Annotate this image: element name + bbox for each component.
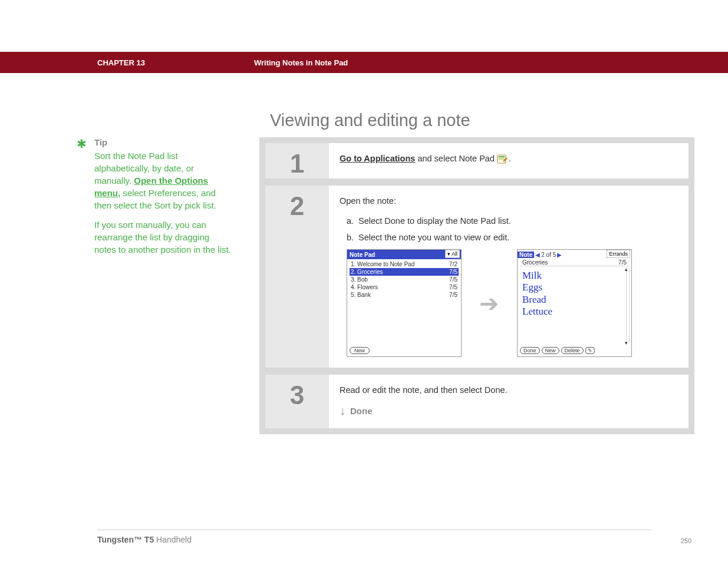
tip-text-2: If you sort manually, you can rearrange … <box>94 219 233 256</box>
note-category[interactable]: Errands <box>607 250 630 258</box>
pda-list-screen: Note Pad ▾ All 1. Welcome to Note Pad7/2… <box>347 249 462 357</box>
page-footer: Tungsten™ T5 Handheld 250 <box>0 530 728 544</box>
page-number: 250 <box>681 537 691 544</box>
note-drawing-area[interactable]: MilkEggsBreadLettuce <box>521 269 623 343</box>
step-1-period: . <box>509 154 511 163</box>
pda-list-title: Note Pad <box>347 250 461 259</box>
chapter-header: CHAPTER 13 Writing Notes in Note Pad <box>0 52 728 73</box>
product-name: Tungsten™ T5 <box>97 535 154 544</box>
sub-b-letter: b. <box>347 233 358 242</box>
page-title: Viewing and editing a note <box>270 111 470 130</box>
step-num-cell: 3 <box>265 375 329 428</box>
pda-list-item[interactable]: 5. Bank7/5 <box>350 291 459 299</box>
tip-body: Sort the Note Pad list alphabetically, b… <box>94 150 233 256</box>
note-tag: Note <box>518 252 534 258</box>
breadcrumb: Writing Notes in Note Pad <box>254 58 348 67</box>
pda-list-item[interactable]: 2. Groceries7/5 <box>350 268 459 276</box>
go-to-applications-link[interactable]: Go to Applications <box>340 154 415 163</box>
pda-list-items: 1. Welcome to Note Pad7/22. Groceries7/5… <box>347 259 461 300</box>
step-3-text: Read or edit the note, and then select D… <box>340 385 674 395</box>
step-2-content: Open the note: a.Select Done to display … <box>329 186 689 368</box>
note-pager[interactable]: ◀ 2 of 5 ▶ <box>535 252 562 258</box>
note-done-button[interactable]: Done <box>520 347 540 354</box>
step-1-rest: and select Note Pad <box>415 154 497 163</box>
down-arrow-icon: ↓ <box>340 404 345 418</box>
sub-a-text: Select Done to display the Note Pad list… <box>358 216 511 226</box>
step-3-content: Read or edit the note, and then select D… <box>329 375 689 428</box>
prev-icon[interactable]: ◀ <box>535 252 540 258</box>
scrollbar[interactable] <box>626 269 630 343</box>
svg-rect-3 <box>499 159 505 160</box>
step-2: 2 Open the note: a.Select Done to displa… <box>265 186 689 368</box>
pda-list-category[interactable]: ▾ All <box>445 250 460 258</box>
pda-list-item[interactable]: 4. Flowers7/5 <box>350 283 459 291</box>
notepad-icon <box>497 154 509 164</box>
note-subtitle: Groceries <box>522 259 548 266</box>
svg-rect-2 <box>499 158 505 158</box>
step-1: 1 Go to Applications and select Note Pad… <box>265 143 689 178</box>
footer-divider <box>97 530 651 530</box>
product-suffix: Handheld <box>154 535 192 544</box>
note-delete-button[interactable]: Delete <box>561 347 584 354</box>
step-3-num: 3 <box>290 381 304 410</box>
screenshot-row: Note Pad ▾ All 1. Welcome to Note Pad7/2… <box>347 249 674 357</box>
step-2-num: 2 <box>290 191 304 221</box>
next-icon[interactable]: ▶ <box>557 252 562 258</box>
pda-list-item[interactable]: 3. Bob7/5 <box>350 276 459 283</box>
note-subdate: 7/5 <box>618 259 627 266</box>
tip-heading: Tip <box>94 137 233 147</box>
note-new-button[interactable]: New <box>542 347 559 354</box>
step-3: 3 Read or edit the note, and then select… <box>265 375 689 428</box>
footer-text: Tungsten™ T5 Handheld <box>97 535 728 544</box>
arrow-right-icon: ➔ <box>479 290 499 317</box>
pda-note-screen: Note ◀ 2 of 5 ▶ Errands Groceries 7/5 Mi… <box>517 249 632 357</box>
sub-b-text: Select the note you want to view or edit… <box>358 233 509 242</box>
pda-list-item[interactable]: 1. Welcome to Note Pad7/2 <box>350 260 459 268</box>
done-label: Done <box>350 406 373 416</box>
asterisk-icon: ✱ <box>77 137 87 151</box>
step-num-cell: 1 <box>265 143 329 178</box>
step-1-content: Go to Applications and select Note Pad . <box>329 143 689 178</box>
step-1-num: 1 <box>290 149 304 178</box>
sub-a-letter: a. <box>347 216 358 226</box>
svg-rect-1 <box>499 156 505 157</box>
chapter-label: CHAPTER 13 <box>97 58 145 67</box>
pda-new-button[interactable]: New <box>350 347 370 354</box>
pencil-icon[interactable]: ✎ <box>585 347 595 354</box>
step-2-open: Open the note: <box>340 196 674 206</box>
tip-sidebar: ✱ Tip Sort the Note Pad list alphabetica… <box>77 137 233 256</box>
steps-area: 1 Go to Applications and select Note Pad… <box>259 137 694 434</box>
step-num-cell: 2 <box>265 186 329 368</box>
